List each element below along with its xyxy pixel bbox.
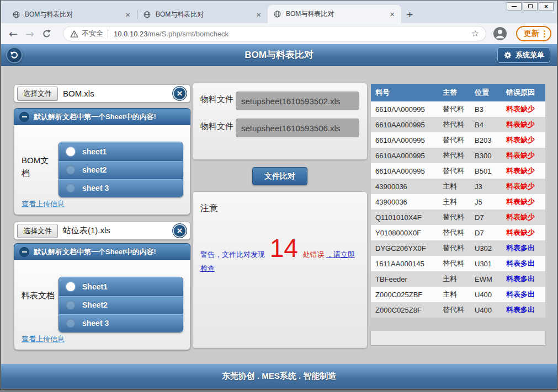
browser-tab[interactable]: BOM与料表比对× (7, 6, 137, 23)
cell-reason: 料表多出 (502, 271, 545, 287)
cell-part: Z000C025Z8F (371, 302, 438, 318)
collapse-minus-icon[interactable] (19, 247, 29, 257)
cell-role: 替代料 (438, 101, 470, 117)
cell-role: 替代料 (438, 256, 470, 271)
radio-icon (66, 300, 75, 309)
globe-icon (12, 10, 20, 19)
browser-tab[interactable]: BOM与料表比对× (137, 6, 268, 23)
forward-nav-icon[interactable]: → (25, 29, 34, 39)
cell-role: 替代料 (438, 225, 470, 240)
table-row: Q1101010X4F替代料D7料表缺少 (371, 210, 545, 225)
cell-part: 6610AA000995 (371, 148, 438, 163)
system-menu-button[interactable]: 系统菜单 (497, 47, 550, 63)
table-row: 6610AA000995替代料B501料表缺少 (371, 163, 545, 179)
table-footer-strip (371, 331, 545, 345)
cell-reason: 料表缺少 (502, 194, 545, 210)
table-row: Z000C025Z8F替代料U400料表多出 (371, 302, 545, 318)
tab-close-icon[interactable]: × (123, 10, 132, 19)
tab-close-icon[interactable]: × (387, 10, 397, 18)
maximize-button[interactable] (523, 2, 538, 10)
bom-doc-label: BOM文档 (22, 154, 56, 180)
material-file-row: 物料文件setupsheet1610593506.xls (200, 119, 359, 137)
station-filename: 站位表(1).xls (63, 225, 110, 236)
cell-reason: 料表缺少 (502, 101, 545, 117)
bom-filename: BOM.xls (63, 89, 94, 98)
sheet-option[interactable]: sheet 3 (59, 179, 183, 197)
table-row: 1611AA000145替代料U301料表多出 (371, 256, 545, 271)
choose-file-button[interactable]: 选择文件 (17, 87, 58, 101)
collapse-minus-icon[interactable] (19, 112, 29, 122)
new-tab-button[interactable]: + (407, 9, 413, 20)
cell-reason: 料表缺少 (502, 117, 545, 132)
view-upload-info-link[interactable]: 查看上传信息 (22, 334, 65, 344)
table-row: 6610AA000995替代料B4料表缺少 (371, 117, 545, 132)
warning-prefix: 警告，文件比对发现 (200, 250, 265, 259)
footer-text: 东莞协创 . MES系统 . 智能制造 (222, 371, 337, 382)
minimize-button[interactable] (507, 2, 522, 10)
tab-title: BOM与料表比对 (286, 9, 387, 19)
material-sheet-list: Sheet1Sheet2sheet 3 (59, 277, 183, 332)
back-nav-icon[interactable]: ← (9, 29, 18, 39)
table-row: 43900036主料J5料表缺少 (371, 194, 545, 210)
material-files-box: 物料文件setupsheet1610593502.xls物料文件setupshe… (192, 83, 368, 160)
browser-update-button[interactable]: 更新 (516, 26, 551, 41)
cell-role: 主料 (438, 271, 470, 287)
sheet-label: sheet1 (82, 147, 107, 156)
col-header-reason: 错误原因 (502, 84, 545, 101)
error-table: 料号 主替 位置 错误原因 6610AA000995替代料B3料表缺少6610A… (371, 84, 545, 318)
app-header: BOM与料表比对 系统菜单 (1, 44, 557, 66)
reload-icon[interactable] (42, 29, 51, 39)
table-row: 43900036主料J3料表缺少 (371, 179, 545, 194)
table-row: TBFeeder主料EWM料表多出 (371, 271, 545, 287)
cell-pos: B501 (470, 163, 502, 179)
cell-role: 主料 (438, 194, 470, 210)
cell-role: 替代料 (438, 132, 470, 148)
profile-button[interactable] (493, 26, 507, 41)
sheet-label: Sheet2 (82, 300, 108, 309)
url-path: /me/S.php/smt/bomcheck (147, 30, 228, 38)
col-header-pos: 位置 (470, 84, 502, 101)
cell-reason: 料表多出 (502, 240, 545, 256)
sheet-option[interactable]: Sheet1 (59, 277, 183, 296)
sheet-option[interactable]: sheet2 (59, 160, 183, 179)
cell-pos: D7 (470, 210, 502, 225)
window-controls: × (507, 2, 554, 10)
notice-box: 注意 警告，文件比对发现 14 处错误 ，请立即检查 (192, 191, 368, 348)
sheet-label: sheet2 (82, 165, 107, 174)
menu-dots-icon[interactable] (544, 33, 545, 35)
compare-files-button[interactable]: 文件比对 (252, 167, 307, 185)
browser-tab[interactable]: BOM与料表比对× (268, 5, 401, 23)
cell-reason: 料表缺少 (502, 148, 545, 163)
close-button[interactable]: × (539, 2, 554, 10)
clear-file-icon[interactable]: × (172, 223, 187, 238)
sheet-option[interactable]: sheet 3 (59, 314, 183, 332)
material-file-label: 物料文件 (200, 92, 236, 106)
view-upload-info-link[interactable]: 查看上传信息 (22, 199, 65, 209)
cell-role: 替代料 (438, 240, 470, 256)
notice-title: 注意 (200, 203, 359, 214)
cell-pos: U302 (470, 240, 502, 256)
cell-part: 43900036 (371, 194, 438, 210)
cell-part: 1611AA000145 (371, 256, 438, 271)
cell-part: Z000C025ZBF (371, 287, 438, 302)
panel-header[interactable]: 默认解析文档中第一个Sheet中的内容! (14, 243, 190, 260)
tab-close-icon[interactable]: × (254, 10, 263, 19)
sheet-option[interactable]: Sheet2 (59, 296, 183, 314)
globe-icon (143, 10, 151, 19)
table-row: DYGC206YX0F替代料U302料表多出 (371, 240, 545, 256)
bookmark-star-icon[interactable]: ☆ (471, 29, 479, 38)
table-row: Z000C025ZBF主料U400料表多出 (371, 287, 545, 302)
sheet-option[interactable]: sheet1 (59, 142, 183, 160)
table-row: Y0108000X0F替代料D7料表缺少 (371, 225, 545, 240)
radio-icon (66, 282, 75, 291)
address-bar[interactable]: 不安全 10.0.10.23 /me/S.php/smt/bomcheck ☆ (63, 26, 486, 41)
browser-toolbar: ← → 不安全 10.0.10.23 /me/S.php/smt/bomchec… (1, 23, 557, 44)
cell-part: 6610AA000995 (371, 132, 438, 148)
cell-part: TBFeeder (371, 271, 438, 287)
window-border (0, 389, 558, 392)
maximize-icon (528, 4, 533, 8)
clear-file-icon[interactable]: × (172, 86, 187, 101)
url-host: 10.0.10.23 (114, 30, 147, 38)
panel-header[interactable]: 默认解析文档中第一个Sheet中的内容! (14, 108, 190, 125)
choose-file-button[interactable]: 选择文件 (17, 224, 58, 238)
